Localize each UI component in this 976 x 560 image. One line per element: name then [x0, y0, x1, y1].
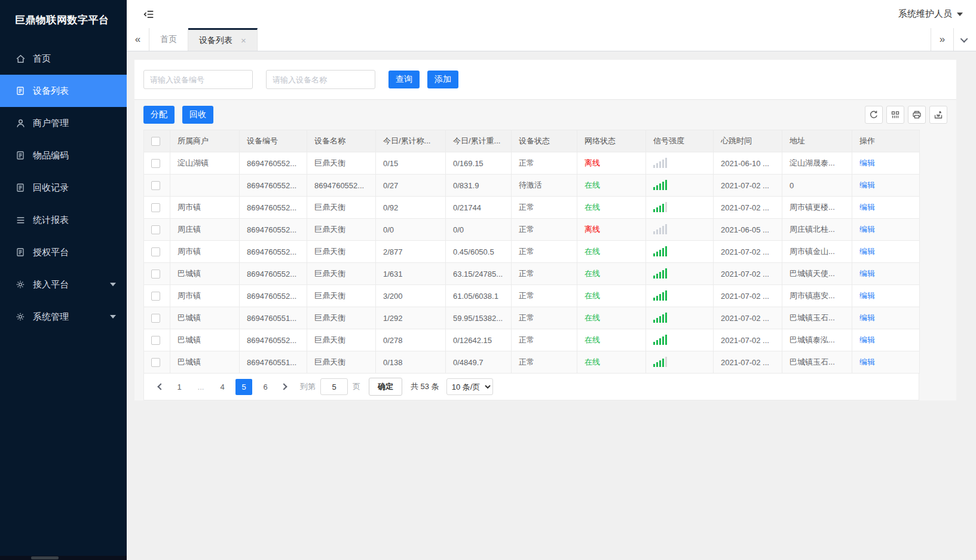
col-device-no: 设备编号 — [240, 130, 307, 152]
sidebar-item-label: 物品编码 — [33, 150, 69, 161]
cell-merchant: 巴城镇 — [170, 263, 240, 285]
tabs-scroll-left-button[interactable]: « — [127, 28, 149, 51]
tabs-menu-button[interactable] — [953, 28, 976, 51]
col-today-weight: 今日/累计重... — [446, 130, 512, 152]
row-checkbox[interactable] — [151, 181, 160, 190]
cell-merchant: 淀山湖镇 — [170, 152, 240, 175]
prev-page-button[interactable] — [153, 379, 169, 394]
device-name-input[interactable] — [266, 70, 375, 89]
row-select-cell — [144, 197, 170, 219]
sidebar-item-label: 设备列表 — [33, 85, 69, 97]
sidebar-item-回收记录[interactable]: 回收记录 — [0, 172, 127, 204]
export-icon[interactable] — [929, 106, 947, 124]
recycle-button[interactable]: 回收 — [182, 106, 213, 124]
device-no-input[interactable] — [143, 70, 253, 89]
content-area: 查询 添加 分配 回收 — [127, 51, 976, 560]
cell-device-no: 8694760552... — [240, 263, 307, 285]
select-all-checkbox[interactable] — [151, 137, 160, 146]
edit-link[interactable]: 编辑 — [859, 158, 875, 167]
refresh-icon[interactable] — [865, 106, 883, 124]
sidebar-item-统计报表[interactable]: 统计报表 — [0, 204, 127, 236]
cell-signal — [646, 219, 714, 241]
sidebar-item-物品编码[interactable]: 物品编码 — [0, 139, 127, 172]
page-button[interactable]: 6 — [257, 379, 274, 395]
cell-device-no: 8694760552... — [240, 197, 307, 219]
sidebar-item-接入平台[interactable]: 接入平台 — [0, 268, 127, 301]
edit-link[interactable]: 编辑 — [859, 291, 875, 300]
tab-label: 首页 — [160, 34, 177, 45]
tab-device-list[interactable]: 设备列表 × — [188, 28, 258, 51]
close-icon[interactable]: × — [241, 36, 246, 45]
edit-link[interactable]: 编辑 — [859, 247, 875, 256]
cell-address: 周市镇惠安... — [782, 285, 852, 307]
edit-link[interactable]: 编辑 — [859, 335, 875, 344]
user-icon — [15, 118, 26, 128]
row-checkbox[interactable] — [151, 336, 160, 345]
sidebar-item-label: 接入平台 — [33, 279, 69, 290]
row-checkbox[interactable] — [151, 159, 160, 168]
cell-signal — [646, 329, 714, 351]
cell-heartbeat: 2021-06-05 ... — [714, 219, 782, 241]
horizontal-scrollbar[interactable] — [0, 556, 127, 560]
page-ellipsis: ... — [192, 379, 209, 395]
query-button[interactable]: 查询 — [388, 71, 420, 88]
next-page-button[interactable] — [276, 379, 292, 394]
cell-network: 离线 — [577, 152, 646, 175]
cell-heartbeat: 2021-07-02 ... — [714, 175, 782, 197]
sidebar-collapse-icon[interactable] — [141, 7, 157, 22]
table-row: 周市镇8694760552...巨鼎天衡2/8770.45/6050.5正常在线… — [144, 241, 920, 263]
row-checkbox[interactable] — [151, 270, 160, 279]
add-button[interactable]: 添加 — [427, 71, 458, 88]
edit-link[interactable]: 编辑 — [859, 225, 875, 234]
row-checkbox[interactable] — [151, 225, 160, 234]
cell-signal — [646, 285, 714, 307]
sidebar-item-授权平台[interactable]: 授权平台 — [0, 236, 127, 268]
row-checkbox[interactable] — [151, 247, 160, 256]
columns-icon[interactable] — [886, 106, 904, 124]
goto-page-input[interactable] — [320, 378, 348, 395]
edit-link[interactable]: 编辑 — [859, 180, 875, 189]
page-button[interactable]: 5 — [235, 379, 252, 395]
page-button[interactable]: 1 — [171, 379, 188, 395]
edit-link[interactable]: 编辑 — [859, 313, 875, 322]
page-size-select[interactable]: 10 条/页 — [446, 378, 493, 395]
cell-actions: 编辑 — [852, 307, 920, 329]
print-icon[interactable] — [908, 106, 926, 124]
cell-heartbeat: 2021-07-02 ... — [714, 197, 782, 219]
user-menu[interactable]: 系统维护人员 — [898, 8, 963, 20]
tabs-scroll-right-button[interactable]: » — [931, 28, 953, 51]
row-select-cell — [144, 219, 170, 241]
sidebar-item-商户管理[interactable]: 商户管理 — [0, 107, 127, 139]
assign-button[interactable]: 分配 — [143, 106, 175, 124]
col-network: 网络状态 — [577, 130, 646, 152]
tab-home[interactable]: 首页 — [149, 28, 188, 51]
sidebar-item-设备列表[interactable]: 设备列表 — [0, 75, 127, 107]
cell-merchant: 周市镇 — [170, 197, 240, 219]
row-checkbox[interactable] — [151, 292, 160, 301]
sidebar-item-label: 商户管理 — [33, 118, 69, 129]
cell-today-count: 0/92 — [376, 197, 446, 219]
cell-signal — [646, 263, 714, 285]
edit-link[interactable]: 编辑 — [859, 203, 875, 212]
search-section: 查询 添加 — [134, 60, 956, 100]
page-button[interactable]: 4 — [214, 379, 231, 395]
scrollbar-thumb[interactable] — [31, 556, 59, 559]
edit-link[interactable]: 编辑 — [859, 357, 875, 366]
cell-status: 正常 — [512, 351, 577, 374]
signal-strength-icon — [653, 334, 667, 345]
sidebar-item-label: 回收记录 — [33, 182, 69, 194]
row-checkbox[interactable] — [151, 314, 160, 323]
row-checkbox[interactable] — [151, 203, 160, 212]
edit-link[interactable]: 编辑 — [859, 269, 875, 278]
cell-merchant: 巴城镇 — [170, 351, 240, 374]
row-checkbox[interactable] — [151, 358, 160, 367]
cell-device-name: 巨鼎天衡 — [307, 285, 376, 307]
sidebar-item-系统管理[interactable]: 系统管理 — [0, 301, 127, 333]
cell-device-no: 8694760551... — [240, 351, 307, 374]
cell-device-name: 巨鼎天衡 — [307, 197, 376, 219]
confirm-page-button[interactable]: 确定 — [369, 378, 402, 396]
cell-address: 周市镇更楼... — [782, 197, 852, 219]
col-status: 设备状态 — [512, 130, 577, 152]
signal-strength-icon — [653, 268, 667, 279]
sidebar-item-首页[interactable]: 首页 — [0, 42, 127, 75]
